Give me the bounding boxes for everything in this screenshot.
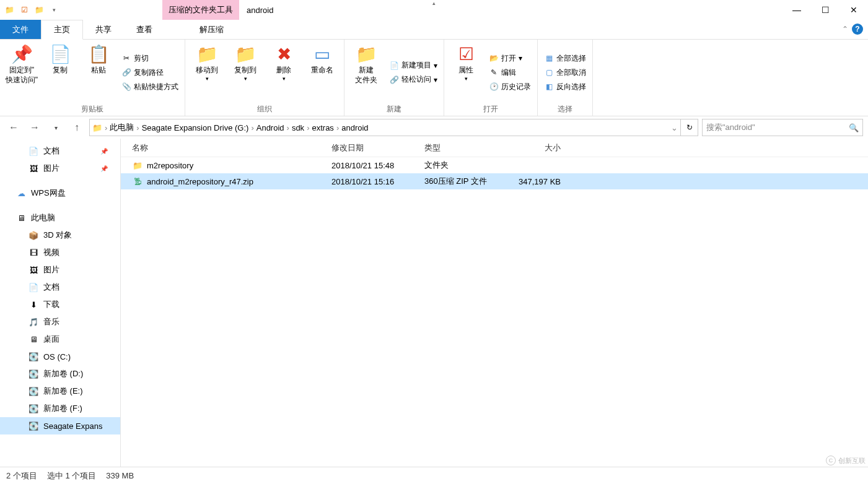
properties-icon: ☑ bbox=[458, 43, 474, 66]
qat-folder[interactable]: 📁 bbox=[32, 3, 46, 17]
selected-size: 339 MB bbox=[106, 471, 134, 480]
edit-button[interactable]: ✎编辑 bbox=[486, 66, 533, 79]
selectnone-button[interactable]: ▢全部取消 bbox=[541, 66, 589, 79]
copyto-button[interactable]: 📁复制到▾ bbox=[227, 42, 263, 82]
sidebar-item[interactable]: 🖼图片 bbox=[0, 261, 120, 279]
easyaccess-button[interactable]: 🔗轻松访问 ▾ bbox=[387, 73, 440, 86]
copy-button[interactable]: 📄 复制 bbox=[42, 42, 78, 76]
sidebar-item[interactable]: 📄文档 bbox=[0, 279, 120, 296]
tab-share[interactable]: 共享 bbox=[83, 20, 124, 39]
pic-icon: 🖼 bbox=[28, 265, 38, 275]
back-button[interactable]: ← bbox=[5, 119, 22, 136]
sidebar-item[interactable]: 💽OS (C:) bbox=[0, 348, 120, 365]
sidebar-item[interactable]: 💽Seagate Expans bbox=[0, 417, 120, 434]
qat-checkbox[interactable]: ☑ bbox=[17, 3, 31, 17]
navigation-pane[interactable]: 📄文档📌 🖼图片📌 ☁WPS网盘 🖥此电脑 📦3D 对象🎞视频🖼图片📄文档⬇下载… bbox=[0, 139, 121, 467]
drive-icon: 💽 bbox=[28, 352, 38, 361]
invert-button[interactable]: ◧反向选择 bbox=[541, 80, 589, 93]
cut-button[interactable]: ✂剪切 bbox=[119, 52, 181, 65]
col-type[interactable]: 类型 bbox=[418, 142, 511, 153]
history-icon: 🕑 bbox=[489, 82, 499, 92]
sidebar-item[interactable]: 💽新加卷 (D:) bbox=[0, 365, 120, 382]
zip-icon: 🗜 bbox=[132, 176, 143, 187]
organize-group-label: 组织 bbox=[189, 103, 340, 115]
tab-extract[interactable]: 解压缩 bbox=[177, 20, 246, 39]
col-name[interactable]: 名称▴ bbox=[121, 142, 325, 153]
navigation-bar: ← → ▾ ↑ 📁 › 此电脑› Seagate Expansion Drive… bbox=[0, 116, 868, 139]
copypath-button[interactable]: 🔗复制路径 bbox=[119, 66, 181, 79]
open-button[interactable]: 📂打开 ▾ bbox=[486, 52, 533, 65]
search-placeholder: 搜索"android" bbox=[706, 122, 755, 133]
sidebar-item-thispc[interactable]: 🖥此电脑 bbox=[0, 209, 120, 227]
sidebar-item-pictures[interactable]: 🖼图片📌 bbox=[0, 160, 120, 177]
sidebar-item[interactable]: 💽新加卷 (E:) bbox=[0, 382, 120, 400]
ribbon-collapse-icon[interactable]: ⌃ bbox=[842, 25, 848, 33]
sidebar-item-wps[interactable]: ☁WPS网盘 bbox=[0, 184, 120, 202]
drive-icon: 💽 bbox=[28, 369, 38, 379]
sidebar-item[interactable]: ⬇下载 bbox=[0, 296, 120, 313]
drive-icon: 💽 bbox=[28, 386, 38, 396]
tab-file[interactable]: 文件 bbox=[0, 20, 41, 39]
qat-dropdown[interactable]: ▾ bbox=[47, 3, 61, 17]
newfolder-button[interactable]: 📁新建 文件夹 bbox=[348, 42, 384, 85]
refresh-button[interactable]: ↻ bbox=[681, 119, 698, 136]
close-button[interactable]: ✕ bbox=[840, 0, 868, 20]
sidebar-item[interactable]: 📦3D 对象 bbox=[0, 227, 120, 244]
selectnone-icon: ▢ bbox=[544, 67, 554, 77]
sidebar-item[interactable]: 🎞视频 bbox=[0, 244, 120, 261]
crumb-current[interactable]: android bbox=[341, 123, 368, 132]
invert-icon: ◧ bbox=[544, 82, 554, 92]
maximize-button[interactable]: ☐ bbox=[811, 0, 840, 20]
tab-view[interactable]: 查看 bbox=[124, 20, 165, 39]
titlebar: 📁 ☑ 📁 ▾ 压缩的文件夹工具 android — ☐ ✕ bbox=[0, 0, 868, 20]
col-date[interactable]: 修改日期 bbox=[325, 142, 418, 153]
crumb-thispc[interactable]: 此电脑› bbox=[110, 122, 139, 133]
help-icon[interactable]: ? bbox=[852, 24, 863, 35]
sidebar-item-documents[interactable]: 📄文档📌 bbox=[0, 142, 120, 160]
crumb-drive[interactable]: Seagate Expansion Drive (G:)› bbox=[142, 123, 254, 132]
properties-button[interactable]: ☑属性▾ bbox=[448, 42, 484, 82]
selectall-icon: ▦ bbox=[544, 53, 554, 63]
cut-icon: ✂ bbox=[121, 53, 131, 63]
sidebar-item[interactable]: 🖥桌面 bbox=[0, 331, 120, 348]
address-dropdown[interactable]: ⌄ bbox=[671, 123, 678, 132]
moveto-button[interactable]: 📁移动到▾ bbox=[189, 42, 225, 82]
crumb-extras[interactable]: extras› bbox=[312, 123, 339, 132]
selectall-button[interactable]: ▦全部选择 bbox=[541, 52, 589, 65]
file-row[interactable]: 🗜android_m2repository_r47.zip2018/10/21 … bbox=[121, 173, 868, 189]
paste-button[interactable]: 📋 粘贴 bbox=[81, 42, 116, 76]
pin-quickaccess-button[interactable]: 📌 固定到" 快速访问" bbox=[4, 42, 40, 85]
sidebar-item[interactable]: 💽新加卷 (F:) bbox=[0, 400, 120, 417]
pic-icon: 🖼 bbox=[28, 163, 38, 173]
newitem-button[interactable]: 📄新建项目 ▾ bbox=[387, 59, 440, 72]
crumb-sdk[interactable]: sdk› bbox=[292, 123, 310, 132]
tab-home[interactable]: 主页 bbox=[41, 20, 83, 40]
address-folder-icon: 📁 bbox=[92, 123, 102, 132]
delete-button[interactable]: ✖删除▾ bbox=[266, 42, 302, 82]
paste-shortcut-button[interactable]: 📎粘贴快捷方式 bbox=[119, 80, 181, 93]
minimize-button[interactable]: — bbox=[783, 0, 811, 20]
file-rows: 📁m2repository2018/10/21 15:48文件夹🗜android… bbox=[121, 157, 868, 467]
col-size[interactable]: 大小 bbox=[511, 142, 567, 153]
file-row[interactable]: 📁m2repository2018/10/21 15:48文件夹 bbox=[121, 157, 868, 173]
crumb-android[interactable]: Android› bbox=[256, 123, 289, 132]
history-button[interactable]: 🕑历史记录 bbox=[486, 80, 533, 93]
recent-dropdown[interactable]: ▾ bbox=[47, 119, 64, 136]
ribbon-group-open: ☑属性▾ 📂打开 ▾ ✎编辑 🕑历史记录 打开 bbox=[444, 40, 538, 116]
forward-button[interactable]: → bbox=[26, 119, 43, 136]
search-input[interactable]: 搜索"android" 🔍 bbox=[702, 119, 863, 136]
watermark-icon: C bbox=[826, 456, 836, 465]
pc-icon: 🖥 bbox=[16, 213, 26, 223]
selected-count: 选中 1 个项目 bbox=[47, 470, 96, 482]
edit-icon: ✎ bbox=[489, 67, 499, 77]
up-button[interactable]: ↑ bbox=[68, 119, 85, 136]
rename-button[interactable]: ▭重命名 bbox=[304, 42, 340, 76]
ribbon-group-new: 📁新建 文件夹 📄新建项目 ▾ 🔗轻松访问 ▾ 新建 bbox=[344, 40, 444, 116]
doc-icon: 📄 bbox=[28, 282, 38, 292]
pin-icon: 📌 bbox=[11, 43, 33, 66]
moveto-icon: 📁 bbox=[196, 43, 218, 66]
address-bar[interactable]: 📁 › 此电脑› Seagate Expansion Drive (G:)› A… bbox=[89, 119, 681, 136]
main-content: 📄文档📌 🖼图片📌 ☁WPS网盘 🖥此电脑 📦3D 对象🎞视频🖼图片📄文档⬇下载… bbox=[0, 139, 868, 467]
desktop-icon: 🖥 bbox=[28, 334, 38, 344]
sidebar-item[interactable]: 🎵音乐 bbox=[0, 313, 120, 331]
